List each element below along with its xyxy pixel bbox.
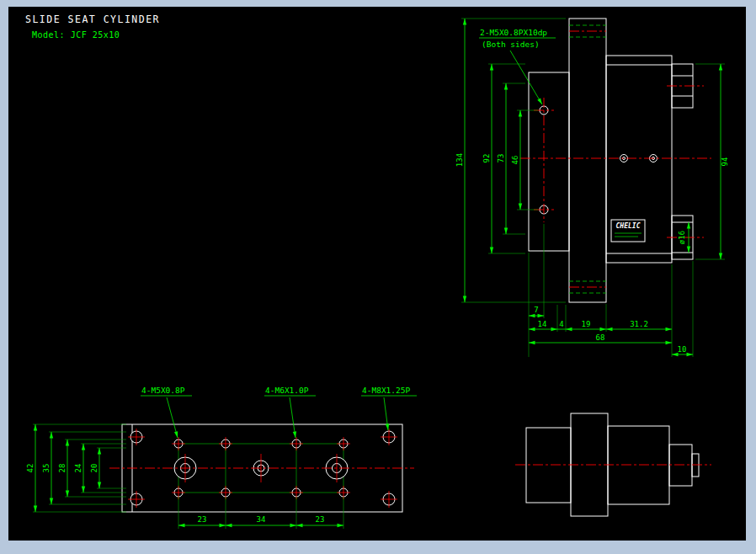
dim-31-2: 31.2 <box>630 320 648 328</box>
dim-4: 4 <box>559 320 563 328</box>
dim-34: 34 <box>257 515 266 524</box>
dim-7: 7 <box>534 306 538 314</box>
callout-m5: 4-M5X0.8P <box>141 386 185 395</box>
dim-24: 24 <box>74 464 83 473</box>
brand-logo: CHELIC <box>616 222 641 230</box>
cad-window: SLIDE SEAT CYLINDER Model: JCF 25x10 <box>0 0 756 554</box>
callout-m8: 4-M8X1.25P <box>362 386 410 395</box>
logo-plate: CHELIC <box>611 220 645 242</box>
dim-10: 10 <box>678 345 687 354</box>
callout-m5-both-sides: 2-M5X0.8PX10dp <box>480 28 547 37</box>
dim-94: 94 <box>721 157 729 167</box>
dim-dia16: ø16 <box>678 231 686 244</box>
dim-92: 92 <box>482 154 491 163</box>
dim-28: 28 <box>58 464 67 473</box>
dim-46: 46 <box>511 156 519 165</box>
dim-23-right: 23 <box>316 515 325 524</box>
dim-73: 73 <box>497 154 505 163</box>
dim-14: 14 <box>538 320 547 328</box>
dim-35: 35 <box>42 464 51 473</box>
dim-134: 134 <box>455 153 464 167</box>
model-space <box>8 7 746 541</box>
dim-68: 68 <box>596 333 605 342</box>
page-title: SLIDE SEAT CYLINDER <box>25 13 160 25</box>
callout-both-sides-note: (Both sides) <box>482 40 540 49</box>
callout-m6: 4-M6X1.0P <box>265 386 309 395</box>
dim-23-left: 23 <box>198 515 207 524</box>
drawing-canvas: SLIDE SEAT CYLINDER Model: JCF 25x10 <box>0 0 756 554</box>
model-label: Model: JCF 25x10 <box>32 30 120 40</box>
dim-42: 42 <box>26 464 35 473</box>
dim-20: 20 <box>90 464 98 473</box>
dim-19: 19 <box>582 320 591 328</box>
